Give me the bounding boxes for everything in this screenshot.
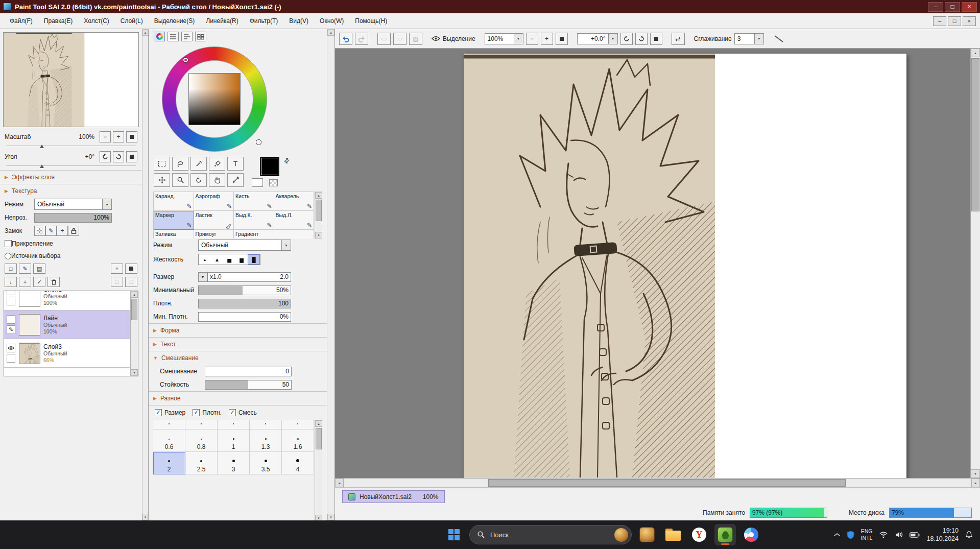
scroll-down-icon[interactable]: ▾ [971,469,980,478]
hue-marker[interactable] [183,58,188,62]
navigator-angle-reset-button[interactable] [126,151,137,162]
text-tool[interactable]: T [227,157,244,171]
misc-section-header[interactable]: ▶ Разное [149,391,327,405]
navigator-zoom-slider[interactable] [6,144,136,149]
hsv-sliders-tab[interactable] [181,32,193,41]
scroll-down-icon[interactable]: ▾ [327,514,334,520]
taskbar-app-paint[interactable] [740,524,762,545]
scroll-right-icon[interactable]: ▸ [971,479,980,487]
flip-horizontal-button[interactable]: ⇄ [672,33,685,45]
merge-down-button[interactable]: + [19,277,31,287]
size-preset-1[interactable]: 1 [218,429,250,452]
transparent-color-swatch[interactable] [269,179,278,186]
swatches-tab[interactable] [195,32,206,41]
eyedropper-tool[interactable] [227,173,244,187]
menu-edit[interactable]: Правка(E) [38,15,79,27]
hardness-level-5[interactable]: █ [248,254,260,265]
min-size-slider[interactable]: 50% [198,285,291,295]
size-preset[interactable] [153,420,185,429]
smoothing-select[interactable]: 3 ▾ [734,33,764,44]
min-density-field[interactable]: 0% [198,312,291,322]
taskbar-search[interactable]: Поиск [469,525,632,544]
clear-layer-button[interactable]: ✓ [33,277,45,287]
size-preset-3-5[interactable]: 3.5 [250,452,282,474]
menu-ruler[interactable]: Линейка(R) [200,15,244,27]
size-preset-2-5[interactable]: 2.5 [185,452,218,474]
layer-fill-button[interactable] [125,264,137,274]
canvas-zoom-select[interactable]: 100% ▾ [485,33,523,44]
scroll-down-icon[interactable]: ▾ [142,514,148,520]
battery-icon[interactable] [910,532,920,538]
rectangle-select-tool[interactable] [154,157,170,171]
transfer-down-button[interactable]: ↓ [5,277,17,287]
menu-filter[interactable]: Фильтр(T) [244,15,284,27]
brush-airbrush[interactable]: Аэрограф✎ [194,192,234,211]
scroll-up-icon[interactable]: ▴ [142,29,148,36]
density-checkbox-row[interactable]: ✓ Плотн. [193,409,222,416]
color-wheel-tab[interactable] [154,32,165,41]
dropdown-arrow-icon[interactable]: ▾ [755,33,764,44]
layer-extra-button-2[interactable]: □ [125,277,137,287]
taskbar-app-game[interactable] [636,524,658,545]
layer-row-line[interactable]: ✎ Лайн Обычный 100% [4,311,130,339]
brush-select-eraser[interactable]: Выд.Л.✎ [274,211,315,230]
brush-watercolor[interactable]: Акварель✎ [274,192,315,211]
lock-pixels-button[interactable]: ✎ [45,226,57,236]
navigator-zoom-out-button[interactable]: − [100,131,111,142]
scroll-up-icon[interactable]: ▴ [315,420,322,427]
language-indicator[interactable]: ENG INTL [861,528,873,541]
start-button[interactable] [443,524,465,545]
document-tab[interactable]: НовыйХолст1.sai2 100% [342,490,445,503]
saturation-value-square[interactable] [188,73,241,125]
rotate-cw-button[interactable] [113,151,124,162]
notifications-bell-icon[interactable] [965,531,973,539]
navigator-zoom-in-button[interactable]: + [113,131,124,142]
hardness-selector[interactable]: ▲ ▲ ▅ ▆ █ [198,254,260,265]
size-preset-4[interactable]: 4 [282,452,314,474]
selection-visibility-icon[interactable] [432,36,440,41]
vertical-scroll-thumb[interactable] [971,58,979,211]
size-preset[interactable] [282,420,314,429]
size-preset[interactable] [250,420,282,429]
size-preset[interactable] [185,420,218,429]
bucket-tool[interactable] [209,157,225,171]
new-layer-button[interactable]: □ [5,264,17,274]
layer-visibility-toggle[interactable] [7,315,15,324]
selection-source-row[interactable]: Источник выбора [0,250,142,262]
clipping-row[interactable]: Прикрепление [0,237,142,250]
menu-view[interactable]: Вид(V) [283,15,314,27]
rgb-sliders-tab[interactable] [168,32,179,41]
doc-minimize-button[interactable]: – [933,16,946,26]
density-slider[interactable]: 100 [198,299,291,308]
scroll-left-icon[interactable]: ◂ [335,479,344,487]
size-preset[interactable] [218,420,250,429]
swap-colors-icon[interactable]: ⇄ [282,156,291,165]
layer-flag-box[interactable] [7,354,15,363]
shape-section-header[interactable]: ▶ Форма [149,323,327,337]
lock-position-button[interactable]: + [57,226,68,236]
lasso-tool[interactable] [172,157,188,171]
brush-mode-select[interactable]: Обычный ▾ [198,240,291,251]
canvas-angle-select[interactable]: +0.0° ▾ [577,33,618,44]
layer-visibility-toggle[interactable] [7,291,15,295]
menu-window[interactable]: Окно(W) [314,15,349,27]
brush-brush[interactable]: Кисть✎ [234,192,274,211]
scroll-up-icon[interactable]: ▴ [131,291,138,298]
menu-help[interactable]: Помощь(H) [349,15,393,27]
size-field[interactable]: x1.0 2.0 [207,272,291,282]
canvas-viewport[interactable]: ▴ ▾ [335,49,980,478]
size-preset-0-6[interactable]: 0.6 [153,429,185,452]
layer-extra-button-1[interactable]: □ [111,277,123,287]
canvas-horizontal-scrollbar[interactable]: ◂ ▸ [335,478,980,488]
scroll-up-icon[interactable]: ▴ [971,49,980,57]
brush-marker[interactable]: Маркер✎ [154,211,194,230]
saturation-value-marker[interactable] [256,140,261,145]
menu-selection[interactable]: Выделение(S) [149,15,201,27]
taskbar-app-sai[interactable] [714,524,736,545]
texture-section-header[interactable]: ▶ Текст. [149,337,327,351]
crop-selection-button[interactable]: ▨ [409,33,422,45]
magic-wand-tool[interactable] [190,157,207,171]
canvas-angle-reset-button[interactable] [650,33,662,45]
scroll-up-icon[interactable]: ▴ [315,192,322,199]
scroll-down-icon[interactable]: ▾ [315,232,322,238]
